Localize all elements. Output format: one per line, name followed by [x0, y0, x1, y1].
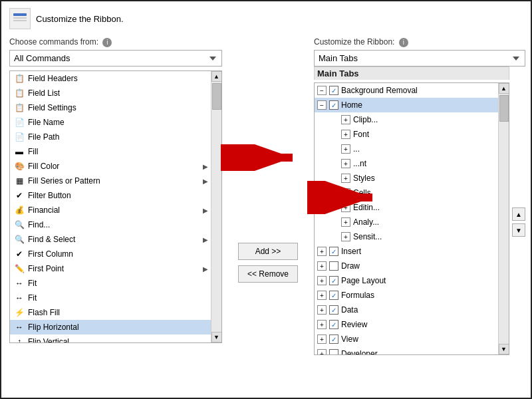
red-arrow-pointer-1	[221, 144, 301, 173]
list-item[interactable]: 🔍Find & Select▶	[10, 232, 211, 247]
expand-icon[interactable]: −	[317, 86, 327, 95]
move-down-arrow-button[interactable]: ▼	[512, 223, 525, 237]
right-list-item[interactable]: +...nt	[315, 156, 498, 171]
list-item[interactable]: ▦Fill Series or Pattern▶	[10, 174, 211, 188]
list-item[interactable]: 📋Field Settings	[10, 100, 211, 115]
dialog-title-text: Customize the Ribbon.	[36, 14, 124, 24]
expand-icon[interactable]: +	[317, 349, 327, 354]
right-list-item[interactable]: +...	[315, 142, 498, 156]
right-list-item[interactable]: +Font	[315, 127, 498, 142]
expand-icon[interactable]: +	[317, 261, 327, 271]
list-item-label: Field Headers	[28, 74, 78, 83]
list-item[interactable]: 📋Field List	[10, 86, 211, 100]
tab-checkbox[interactable]: ✓	[329, 86, 338, 95]
tab-checkbox[interactable]: ✓	[329, 320, 338, 329]
expand-icon[interactable]: +	[317, 291, 327, 300]
child-expand-icon[interactable]: +	[341, 159, 350, 168]
scroll-up-arrow[interactable]: ▲	[211, 71, 222, 82]
tab-checkbox[interactable]: ✓	[329, 305, 338, 315]
scroll-down-arrow[interactable]: ▼	[211, 332, 222, 342]
list-item[interactable]: 📄File Name	[10, 115, 211, 130]
tab-checkbox[interactable]	[329, 261, 338, 271]
svg-rect-1	[13, 17, 27, 19]
list-item-label: Find & Select	[28, 235, 75, 244]
right-list-item[interactable]: +Analy...	[315, 215, 498, 229]
list-item[interactable]: ✏️First Point▶	[10, 261, 211, 276]
child-expand-icon[interactable]: +	[341, 232, 350, 241]
list-item[interactable]: ✔First Column	[10, 247, 211, 261]
right-list-item[interactable]: −✓Home	[315, 98, 498, 112]
expand-icon[interactable]: +	[317, 247, 327, 256]
list-item-label: Fit	[28, 293, 37, 303]
right-list-item[interactable]: +✓Formulas	[315, 288, 498, 303]
expand-icon[interactable]: +	[317, 320, 327, 329]
expand-icon[interactable]: −	[317, 100, 327, 110]
list-item[interactable]: 🎨Fill Color▶	[10, 159, 211, 174]
list-item[interactable]: 📋Field Headers	[10, 71, 211, 86]
list-item-label: Filter Button	[28, 191, 71, 200]
tab-checkbox[interactable]: ✓	[329, 247, 338, 256]
list-item-label: Flash Fill	[28, 308, 60, 317]
expand-icon[interactable]: +	[317, 276, 327, 285]
right-tabs-list[interactable]: −✓Background Removal−✓Home+Clipb...+Font…	[315, 83, 498, 354]
tab-checkbox[interactable]: ✓	[329, 276, 338, 285]
red-arrow-pointer-2	[307, 181, 380, 216]
child-expand-icon[interactable]: +	[341, 144, 350, 154]
right-list-item[interactable]: +Clipb...	[315, 112, 498, 127]
tab-checkbox[interactable]: ✓	[329, 100, 338, 110]
tab-checkbox[interactable]	[329, 349, 338, 354]
tab-checkbox[interactable]: ✓	[329, 291, 338, 300]
list-item[interactable]: 📄File Path	[10, 130, 211, 144]
child-expand-icon[interactable]: +	[341, 130, 350, 139]
right-list-item[interactable]: +Draw	[315, 259, 498, 273]
right-list-item[interactable]: +✓Review	[315, 317, 498, 332]
right-list-item[interactable]: −✓Background Removal	[315, 83, 498, 98]
list-item-icon: 📋	[13, 87, 26, 99]
right-list-item[interactable]: +✓Data	[315, 303, 498, 317]
right-list-item[interactable]: +✓View	[315, 332, 498, 346]
list-item[interactable]: ↔Fit	[10, 291, 211, 305]
scroll-thumb[interactable]	[212, 83, 221, 110]
left-info-icon[interactable]: i	[102, 38, 112, 47]
scroll-track	[211, 82, 221, 332]
right-scroll-up[interactable]: ▲	[499, 83, 509, 94]
list-item-submenu-arrow: ▶	[203, 207, 208, 214]
list-item-label: Financial	[28, 205, 60, 215]
tab-checkbox[interactable]: ✓	[329, 334, 338, 344]
add-button[interactable]: Add >>	[238, 243, 298, 260]
list-item-submenu-arrow: ▶	[203, 236, 208, 243]
list-item[interactable]: ✔Filter Button	[10, 188, 211, 203]
list-item[interactable]: 💰Financial▶	[10, 203, 211, 217]
right-list-item[interactable]: +✓Page Layout	[315, 273, 498, 288]
commands-scrollbar[interactable]: ▲ ▼	[211, 71, 221, 342]
expand-icon[interactable]: +	[317, 334, 327, 344]
list-item[interactable]: ↔Fit	[10, 276, 211, 291]
expand-icon[interactable]: +	[317, 305, 327, 315]
list-item[interactable]: ↕Flip Vertical	[10, 334, 211, 342]
list-item-icon: ✏️	[13, 263, 26, 275]
right-scrollbar[interactable]: ▲ ▼	[498, 83, 509, 354]
commands-list[interactable]: 📋Field Headers📋Field List📋Field Settings…	[10, 71, 211, 342]
child-expand-icon[interactable]: +	[341, 217, 350, 227]
list-item[interactable]: ▬Fill	[10, 144, 211, 159]
side-arrow-buttons: ▲ ▼	[509, 66, 525, 355]
list-item[interactable]: ↔Flip Horizontal	[10, 320, 211, 334]
right-scroll-down[interactable]: ▼	[499, 344, 509, 354]
right-list-item[interactable]: +✓Insert	[315, 244, 498, 259]
move-up-arrow-button[interactable]: ▲	[512, 207, 525, 221]
list-item[interactable]: ⚡Flash Fill	[10, 305, 211, 320]
right-info-icon[interactable]: i	[399, 38, 408, 47]
right-list-item[interactable]: +Developer	[315, 346, 498, 354]
remove-button[interactable]: << Remove	[238, 265, 298, 283]
right-scroll-thumb[interactable]	[499, 95, 509, 122]
right-item-label: ...nt	[353, 159, 366, 168]
left-column: Choose commands from: i All Commands 📋Fi…	[9, 37, 222, 355]
right-list-item[interactable]: +Sensit...	[315, 229, 498, 244]
list-item-icon: 📋	[13, 72, 26, 84]
commands-dropdown[interactable]: All Commands	[9, 50, 222, 66]
dialog-title: Customize the Ribbon.	[9, 8, 525, 29]
child-expand-icon[interactable]: +	[341, 115, 350, 124]
ribbon-dropdown[interactable]: Main Tabs	[314, 50, 525, 66]
list-item[interactable]: 🔍Find...	[10, 217, 211, 232]
right-item-label: Font	[353, 130, 369, 139]
